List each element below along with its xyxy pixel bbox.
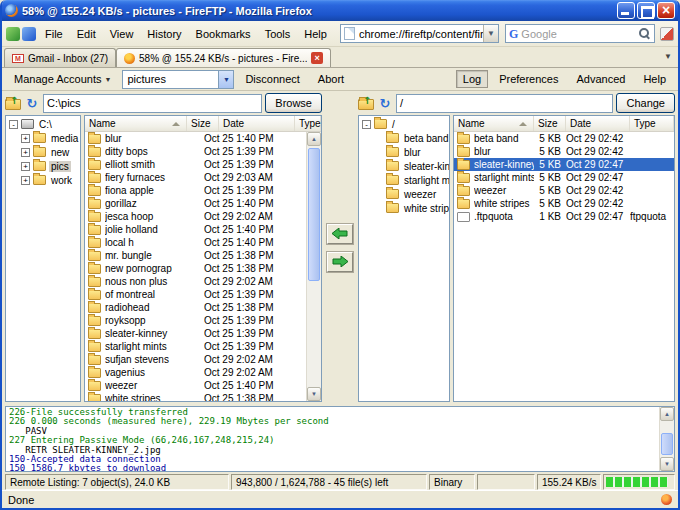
url-text[interactable]: chrome://fireftp/content/fireftp.xul — [359, 28, 483, 40]
tree-item[interactable]: + pics — [6, 159, 80, 173]
scroll-down-icon[interactable]: ▼ — [660, 457, 674, 471]
tree-item[interactable]: + new — [6, 145, 80, 159]
remote-up-directory-icon[interactable] — [358, 99, 374, 110]
fireftp-status-icon[interactable] — [661, 494, 672, 505]
tree-expander-icon[interactable]: + — [21, 176, 30, 185]
download-button[interactable] — [327, 224, 353, 244]
local-path-input[interactable]: C:\pics — [43, 94, 262, 113]
close-button[interactable] — [657, 2, 675, 19]
tab-gmail[interactable]: Gmail - Inbox (27) — [4, 48, 116, 67]
file-row[interactable]: ditty bops Oct 25 1:39 PM — [85, 145, 306, 158]
disconnect-button[interactable]: Disconnect — [238, 70, 306, 88]
file-row[interactable]: beta band 5 KB Oct 29 02:42 — [454, 132, 674, 145]
column-header-type[interactable]: Type — [295, 116, 321, 131]
menu-item[interactable]: Help — [297, 25, 334, 43]
scroll-up-icon[interactable]: ▲ — [307, 132, 321, 146]
tree-item[interactable]: - / — [359, 117, 449, 131]
remote-refresh-icon[interactable]: ↻ — [377, 96, 393, 111]
menu-item[interactable]: Tools — [258, 25, 298, 43]
file-row[interactable]: jolie holland Oct 25 1:40 PM — [85, 223, 306, 236]
tree-item[interactable]: white stripes — [359, 201, 449, 215]
file-row[interactable]: blur Oct 25 1:40 PM — [85, 132, 306, 145]
column-header-name[interactable]: Name — [85, 116, 187, 131]
url-dropdown-icon[interactable]: ▼ — [483, 25, 498, 42]
file-row[interactable]: fiery furnaces Oct 29 2:03 AM — [85, 171, 306, 184]
menu-item[interactable]: History — [140, 25, 188, 43]
scroll-up-icon[interactable]: ▲ — [660, 407, 674, 421]
file-row[interactable]: starlight mints 5 KB Oct 29 02:47 — [454, 171, 674, 184]
local-up-directory-icon[interactable] — [5, 99, 21, 110]
tree-expander-icon[interactable]: + — [21, 162, 30, 171]
file-row[interactable]: white stripes 5 KB Oct 29 02:42 — [454, 197, 674, 210]
browse-button[interactable]: Browse — [265, 93, 322, 113]
tree-item[interactable]: - C:\ — [6, 117, 80, 131]
tree-item[interactable]: blur — [359, 145, 449, 159]
file-row[interactable]: sleater-kinney 5 KB Oct 29 02:47 — [454, 158, 674, 171]
local-refresh-icon[interactable]: ↻ — [24, 96, 40, 111]
column-header-size[interactable]: Size — [534, 116, 566, 131]
tree-item[interactable]: + work — [6, 173, 80, 187]
extension-icon-green[interactable] — [6, 27, 20, 41]
file-row[interactable]: .ftpquota 1 KB Oct 29 02:47 ftpquota — [454, 210, 674, 223]
tree-expander-icon[interactable]: - — [9, 120, 18, 129]
search-input[interactable]: Google — [521, 28, 638, 40]
tree-item[interactable]: starlight mints — [359, 173, 449, 187]
toolbar-end-icon[interactable] — [660, 27, 674, 41]
file-row[interactable]: of montreal Oct 25 1:39 PM — [85, 288, 306, 301]
scroll-down-icon[interactable]: ▼ — [307, 387, 321, 401]
file-row[interactable]: sufjan stevens Oct 29 2:02 AM — [85, 353, 306, 366]
column-header-date[interactable]: Date — [219, 116, 295, 131]
file-row[interactable]: local h Oct 25 1:40 PM — [85, 236, 306, 249]
tree-item[interactable]: + media — [6, 131, 80, 145]
tab-fireftp[interactable]: 58% @ 155.24 KB/s - pictures - Fire... × — [116, 48, 331, 67]
tab-close-icon[interactable]: × — [311, 52, 323, 64]
abort-button[interactable]: Abort — [311, 70, 351, 88]
local-list-scrollbar[interactable]: ▲ ▼ — [306, 132, 321, 401]
file-row[interactable]: weezer Oct 25 1:40 PM — [85, 379, 306, 392]
file-row[interactable]: royksopp Oct 25 1:39 PM — [85, 314, 306, 327]
combo-dropdown-icon[interactable]: ▼ — [218, 71, 233, 88]
help-button[interactable]: Help — [636, 70, 673, 88]
file-row[interactable]: vagenius Oct 29 2:02 AM — [85, 366, 306, 379]
remote-path-input[interactable]: / — [396, 94, 613, 113]
tree-item[interactable]: sleater-kinney — [359, 159, 449, 173]
tree-expander-icon[interactable]: + — [21, 148, 30, 157]
file-row[interactable]: elliott smith Oct 25 1:39 PM — [85, 158, 306, 171]
advanced-button[interactable]: Advanced — [569, 70, 632, 88]
file-row[interactable]: fiona apple Oct 25 1:39 PM — [85, 184, 306, 197]
column-header-name[interactable]: Name — [454, 116, 534, 131]
file-row[interactable]: mr. bungle Oct 25 1:38 PM — [85, 249, 306, 262]
file-row[interactable]: nous non plus Oct 29 2:02 AM — [85, 275, 306, 288]
column-header-size[interactable]: Size — [187, 116, 219, 131]
upload-button[interactable] — [327, 252, 353, 272]
change-button[interactable]: Change — [616, 93, 675, 113]
menu-item[interactable]: View — [103, 25, 141, 43]
tree-expander-icon[interactable]: - — [362, 120, 371, 129]
extension-icon-blue[interactable] — [22, 27, 36, 41]
account-select[interactable]: pictures ▼ — [122, 70, 234, 89]
file-row[interactable]: radiohead Oct 25 1:38 PM — [85, 301, 306, 314]
manage-accounts-button[interactable]: Manage Accounts ▼ — [7, 70, 118, 88]
file-row[interactable]: new pornographers Oct 25 1:38 PM — [85, 262, 306, 275]
scrollbar-thumb[interactable] — [308, 148, 320, 281]
tree-item[interactable]: weezer — [359, 187, 449, 201]
tab-list-dropdown-icon[interactable]: ▼ — [660, 49, 676, 65]
file-row[interactable]: gorillaz Oct 25 1:40 PM — [85, 197, 306, 210]
menu-item[interactable]: File — [38, 25, 70, 43]
file-row[interactable]: blur 5 KB Oct 29 02:42 — [454, 145, 674, 158]
file-row[interactable]: sleater-kinney Oct 25 1:39 PM — [85, 327, 306, 340]
search-box[interactable]: G Google — [505, 24, 655, 43]
search-icon[interactable] — [638, 27, 651, 40]
file-row[interactable]: white stripes Oct 25 1:38 PM — [85, 392, 306, 401]
file-row[interactable]: starlight mints Oct 25 1:39 PM — [85, 340, 306, 353]
minimize-button[interactable] — [617, 2, 635, 19]
scrollbar-thumb[interactable] — [661, 433, 673, 455]
log-toggle-button[interactable]: Log — [456, 70, 488, 88]
column-header-type[interactable]: Type — [630, 116, 674, 131]
maximize-button[interactable] — [637, 2, 655, 19]
tree-expander-icon[interactable]: + — [21, 134, 30, 143]
menu-item[interactable]: Bookmarks — [189, 25, 258, 43]
log-scrollbar[interactable]: ▲ ▼ — [659, 407, 674, 471]
url-bar[interactable]: chrome://fireftp/content/fireftp.xul ▼ — [340, 24, 499, 43]
file-row[interactable]: jesca hoop Oct 29 2:02 AM — [85, 210, 306, 223]
